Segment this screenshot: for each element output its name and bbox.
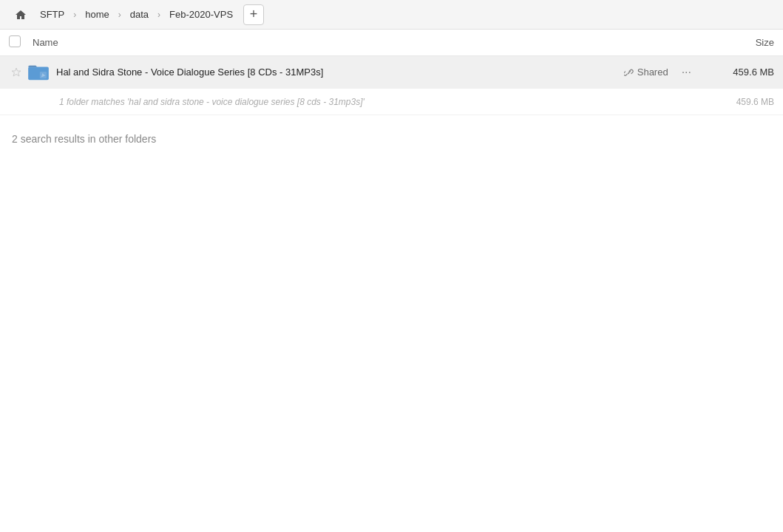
select-all-checkbox[interactable] bbox=[9, 35, 21, 47]
folder-icon-svg bbox=[27, 64, 50, 81]
shared-badge: Shared bbox=[624, 66, 668, 78]
column-size-header: Size bbox=[700, 37, 774, 48]
more-options-button[interactable]: ··· bbox=[677, 64, 696, 81]
other-results-section: 2 search results in other folders bbox=[0, 115, 783, 151]
breadcrumb-sftp[interactable]: SFTP bbox=[33, 3, 72, 27]
star-button[interactable] bbox=[9, 67, 24, 78]
breadcrumb-home[interactable]: home bbox=[78, 3, 117, 27]
file-size: 459.6 MB bbox=[708, 66, 774, 78]
breadcrumb-separator-1: › bbox=[72, 10, 78, 20]
breadcrumb-bar: SFTP › home › data › Feb-2020-VPS + bbox=[0, 0, 783, 30]
breadcrumb-feb-2020-vps[interactable]: Feb-2020-VPS bbox=[162, 3, 240, 27]
add-tab-button[interactable]: + bbox=[243, 4, 264, 25]
breadcrumb-separator-2: › bbox=[117, 10, 123, 20]
other-results-label: 2 search results in other folders bbox=[12, 133, 156, 145]
breadcrumb-data[interactable]: data bbox=[123, 3, 156, 27]
home-icon bbox=[15, 9, 27, 21]
folder-icon bbox=[27, 61, 50, 84]
breadcrumb-separator-3: › bbox=[156, 10, 162, 20]
header-checkbox-area[interactable] bbox=[9, 35, 27, 50]
match-text: 1 folder matches 'hal and sidra stone - … bbox=[59, 97, 736, 107]
column-name-header: Name bbox=[33, 37, 700, 48]
match-info-row: 1 folder matches 'hal and sidra stone - … bbox=[0, 89, 783, 115]
column-header-row: Name Size bbox=[0, 30, 783, 56]
file-name[interactable]: Hal and Sidra Stone - Voice Dialogue Ser… bbox=[56, 66, 624, 78]
link-icon bbox=[624, 67, 634, 78]
home-button[interactable] bbox=[9, 3, 33, 27]
file-row[interactable]: Hal and Sidra Stone - Voice Dialogue Ser… bbox=[0, 56, 783, 89]
star-icon bbox=[11, 67, 21, 78]
match-size: 459.6 MB bbox=[736, 97, 774, 107]
shared-label: Shared bbox=[637, 66, 668, 78]
